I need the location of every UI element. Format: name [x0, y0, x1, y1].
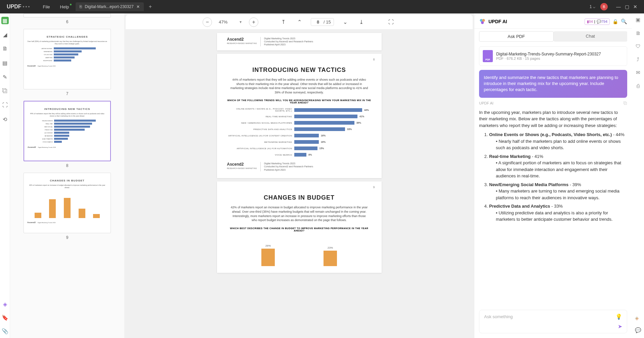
layers-icon[interactable]: ◈ — [1, 300, 9, 308]
attachment-icon[interactable]: 📎 — [1, 327, 9, 335]
tab-file-icon: ⎘ — [80, 4, 82, 9]
menu-file[interactable]: File — [43, 4, 50, 9]
thumb-number: 9 — [24, 233, 111, 242]
last-page-button[interactable]: ⤓ — [357, 17, 366, 27]
ai-credit-badge[interactable]: ▮84 | 💬794 — [585, 18, 610, 25]
page-9: 9 CHANGES IN BUDGET 42% of marketers rep… — [217, 181, 382, 272]
page-icon[interactable]: ▤ — [1, 59, 9, 67]
vertical-bar-chart: 26%23% — [227, 236, 372, 266]
presentation-button[interactable]: ⛶ — [386, 17, 396, 27]
page-indicator: / 15 — [311, 18, 334, 26]
left-tool-rail: ▦ ◢ 🗎 ▤ ✎ ⿻ ⛶ ⟲ ◈ 🔖 📎 — [0, 13, 10, 338]
horizontal-bar-chart: ONLINE EVENTS / SHOWS (E.G., PODCAST, VI… — [227, 108, 372, 157]
copy-icon[interactable]: ⿻ — [624, 101, 627, 105]
ocr-icon[interactable]: ▣ — [636, 17, 640, 23]
add-tab-button[interactable]: + — [149, 4, 152, 10]
titlebar: UPDF File Help ⎘ Digital-Mark...eport-23… — [0, 0, 644, 13]
menu-help[interactable]: Help — [60, 4, 69, 9]
note-icon[interactable]: 🗎 — [1, 45, 9, 52]
document-tab[interactable]: ⎘ Digital-Mark...eport-230327 ✕ — [76, 2, 143, 11]
ai-file-name: Digital-Marketing-Trends-Survey-Summary-… — [496, 52, 601, 56]
suggestions-icon[interactable]: 💡 — [615, 313, 622, 320]
page-7-footer: Ascend2RESEARCH-BASED MARKETING Digital … — [217, 33, 382, 50]
ai-toggle-icon[interactable]: ◈ — [635, 315, 641, 321]
ai-logo-icon — [479, 18, 486, 25]
close-button[interactable]: ✕ — [633, 4, 637, 9]
pages-scroll[interactable]: Ascend2RESEARCH-BASED MARKETING Digital … — [124, 30, 474, 338]
bookmark-icon[interactable]: 🔖 — [1, 314, 9, 321]
page-8: 8 INTRODUCING NEW TACTICS 44% of markete… — [217, 54, 382, 178]
first-page-button[interactable]: ⤒ — [278, 17, 288, 27]
minimize-button[interactable]: — — [616, 4, 621, 9]
ai-source-label: UPDF AI — [479, 101, 493, 105]
copy-icon[interactable]: ⿻ — [1, 87, 9, 95]
tab-chat[interactable]: Chat — [554, 31, 628, 42]
thumb-number: 7 — [24, 89, 111, 98]
document-viewer: − 47% ▼ + ⤒ ⌃ / 15 ⌄ ⤓ ⛶ Ascend2RESEARCH… — [124, 13, 474, 338]
ai-file-meta: PDF · 676.2 KB · 15 pages — [496, 56, 601, 60]
ai-input-box: Ask something 💡 ➤ — [479, 310, 627, 333]
edit-icon[interactable]: ✎ — [1, 73, 9, 81]
tab-ask-pdf[interactable]: Ask PDF — [479, 31, 554, 42]
lock-icon[interactable]: 🔒 — [612, 19, 618, 24]
pdf-icon: PDF — [483, 50, 493, 62]
ai-file-card[interactable]: PDF Digital-Marketing-Trends-Survey-Summ… — [479, 46, 627, 66]
highlighter-icon[interactable]: ◢ — [1, 31, 9, 38]
zoom-value: 47% — [219, 19, 232, 25]
print-icon[interactable]: ⎙ — [637, 83, 640, 89]
transform-icon[interactable]: ⟲ — [1, 116, 9, 123]
comment-icon[interactable]: 💬 — [635, 327, 641, 333]
thumbnail-page-9[interactable]: CHANGES IN BUDGET 42% of marketers repor… — [24, 173, 111, 233]
close-icon[interactable]: ✕ — [136, 4, 140, 9]
prev-page-button[interactable]: ⌃ — [295, 17, 304, 27]
thumbnails-icon[interactable]: ▦ — [1, 17, 9, 24]
svg-point-2 — [481, 21, 484, 24]
doc-icon[interactable]: 🗎 — [636, 30, 641, 36]
page-title: INTRODUCING NEW TACTICS — [227, 67, 372, 74]
mail-icon[interactable]: ✉ — [636, 70, 640, 76]
user-prompt: Identify and summarize the new tactics t… — [479, 70, 627, 98]
zoom-in-button[interactable]: + — [249, 17, 258, 27]
ai-input[interactable]: Ask something — [484, 314, 513, 319]
thumbnail-panel: 6 STRATEGIC CHALLENGES Over half (53%) o… — [10, 13, 124, 338]
next-page-button[interactable]: ⌄ — [341, 17, 350, 27]
window-count[interactable]: 1 ⌵ — [590, 4, 595, 9]
thumb-number: 8 — [24, 161, 111, 170]
page-input[interactable] — [314, 19, 322, 25]
zoom-out-button[interactable]: − — [203, 17, 212, 27]
share-icon[interactable]: ⤴ — [637, 56, 639, 62]
tab-title: Digital-Mark...eport-230327 — [85, 4, 133, 9]
zoom-dropdown-icon[interactable]: ▼ — [239, 20, 242, 24]
ai-title: UPDF AI — [488, 19, 582, 24]
right-tool-rail: ▣ 🗎 🛡 ⤴ ✉ ⎙ ◈ 💬 — [632, 13, 644, 338]
thumbnail-page-8[interactable]: INTRODUCING NEW TACTICS 44% of marketers… — [24, 101, 111, 161]
crop-icon[interactable]: ⛶ — [1, 101, 9, 109]
thumbnail-page-7[interactable]: STRATEGIC CHALLENGES Over half (53%) of … — [24, 29, 111, 89]
maximize-button[interactable]: ▢ — [625, 4, 629, 9]
thumbnail-page-6[interactable] — [24, 13, 111, 17]
protect-icon[interactable]: 🛡 — [636, 43, 641, 49]
ai-panel: UPDF AI ▮84 | 💬794 🔒 🔍 Ask PDF Chat PDF … — [474, 15, 632, 338]
user-avatar[interactable]: B — [600, 3, 608, 10]
viewer-toolbar: − 47% ▼ + ⤒ ⌃ / 15 ⌄ ⤓ ⛶ — [126, 15, 473, 30]
send-button[interactable]: ➤ — [618, 323, 622, 330]
ai-response: In the upcoming year, marketers plan to … — [474, 107, 632, 305]
app-logo: UPDF — [0, 4, 36, 10]
search-icon[interactable]: 🔍 — [621, 18, 627, 25]
page-title: CHANGES IN BUDGET — [227, 194, 372, 201]
thumb-number: 6 — [24, 17, 111, 26]
